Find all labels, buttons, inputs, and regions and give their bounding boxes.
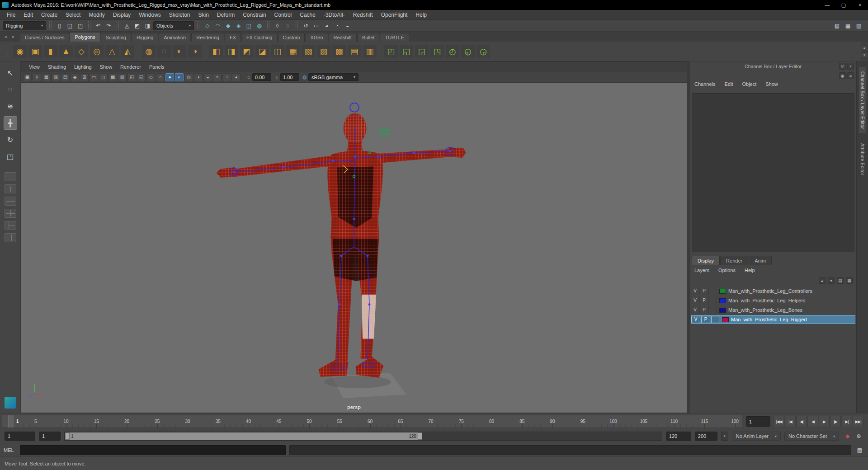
shelf-tab-animation[interactable]: Animation bbox=[159, 33, 191, 42]
viewport-menu-shading[interactable]: Shading bbox=[44, 64, 70, 70]
dock-panel-icon[interactable]: ◱ bbox=[839, 63, 846, 70]
layer-type-cell[interactable] bbox=[711, 316, 719, 323]
shelf-tab-sculpting[interactable]: Sculpting bbox=[101, 33, 131, 42]
shelf-tab-rigging[interactable]: Rigging bbox=[132, 33, 158, 42]
layer-color-swatch[interactable] bbox=[719, 308, 726, 313]
layout-single-pane-button[interactable] bbox=[5, 172, 16, 181]
character-model[interactable] bbox=[217, 113, 466, 377]
auto-keyframe-icon[interactable]: ◆ bbox=[843, 432, 852, 441]
range-preset-icon[interactable]: ▾ bbox=[721, 432, 728, 441]
close-panel-icon[interactable]: × bbox=[847, 63, 854, 70]
layer-playback-toggle[interactable]: P bbox=[700, 287, 709, 295]
shelf-scroll-down-icon[interactable]: ▾ bbox=[862, 52, 867, 58]
toolbox-extra-icon[interactable] bbox=[5, 397, 16, 409]
safe-title-icon[interactable]: ◱ bbox=[137, 73, 146, 81]
poly-sphere-icon[interactable]: ◉ bbox=[13, 45, 27, 58]
menu-skin[interactable]: Skin bbox=[194, 12, 213, 18]
select-by-hierarchy-icon[interactable]: ◬ bbox=[122, 21, 132, 30]
open-render-view-icon[interactable]: ▭ bbox=[311, 21, 321, 30]
animation-preferences-icon[interactable]: ⊛ bbox=[854, 432, 863, 441]
layer-visibility-toggle[interactable]: V bbox=[691, 296, 700, 305]
connect-icon[interactable]: ◵ bbox=[461, 45, 475, 58]
poly-prism-icon[interactable]: △ bbox=[105, 45, 119, 58]
animation-start-field[interactable]: 1 bbox=[5, 432, 35, 441]
layer-visibility-toggle[interactable]: V bbox=[691, 316, 700, 323]
show-attribute-editor-icon[interactable]: ▦ bbox=[843, 21, 853, 30]
layer-menu-layers[interactable]: Layers bbox=[694, 268, 709, 273]
menu-display[interactable]: Display bbox=[109, 12, 135, 18]
close-button[interactable]: × bbox=[852, 0, 868, 10]
layer-row[interactable]: VPMan_with_Prosthetic_Leg_Controllers bbox=[691, 287, 855, 296]
create-layer-from-selected-icon[interactable]: ▦ bbox=[846, 277, 853, 284]
layout-two-pane-stacked-button[interactable] bbox=[5, 197, 16, 206]
shelf-tab-rendering[interactable]: Rendering bbox=[191, 33, 224, 42]
film-gate-icon[interactable]: ▭ bbox=[90, 73, 98, 81]
channel-box-menu-channels[interactable]: Channels bbox=[694, 81, 715, 87]
reduce-icon[interactable]: ◱ bbox=[400, 45, 413, 58]
layer-playback-toggle[interactable]: P bbox=[700, 296, 709, 305]
poly-cylinder-icon[interactable]: ▮ bbox=[44, 45, 57, 58]
viewport-menu-renderer[interactable]: Renderer bbox=[116, 64, 145, 70]
playback-end-field[interactable]: 120 bbox=[666, 432, 691, 441]
layout-three-pane-split-button[interactable] bbox=[5, 221, 16, 230]
layer-tab-anim[interactable]: Anim bbox=[749, 256, 772, 265]
shelf-tab-bullet[interactable]: Bullet bbox=[357, 33, 380, 42]
color-management-icon[interactable]: ◍ bbox=[301, 73, 308, 81]
show-tool-settings-icon[interactable]: ▧ bbox=[832, 21, 842, 30]
shelf-tab-custom[interactable]: Custom bbox=[278, 33, 305, 42]
multi-cut-icon[interactable]: ▨ bbox=[317, 45, 330, 58]
layer-color-swatch[interactable] bbox=[722, 317, 729, 322]
poly-pipe-icon[interactable]: ◍ bbox=[142, 45, 156, 58]
layer-type-cell[interactable] bbox=[709, 296, 717, 305]
layer-row[interactable]: VPMan_with_Prosthetic_Leg_Rigged bbox=[691, 315, 855, 324]
poly-soccer-ball-icon[interactable]: ◐ bbox=[173, 45, 186, 58]
gamma-toggle-icon[interactable]: ○ bbox=[273, 73, 280, 81]
quad-draw-icon[interactable]: ▤ bbox=[348, 45, 361, 58]
separator-grip[interactable] bbox=[88, 21, 90, 30]
title-bar[interactable]: Autodesk Maya 2016: E:\work\WIP\Man_with… bbox=[0, 0, 868, 10]
grid-icon[interactable]: ⊞ bbox=[80, 73, 89, 81]
gamma-field[interactable]: 1.00 bbox=[280, 73, 299, 81]
safe-action-icon[interactable]: ◰ bbox=[127, 73, 136, 81]
maximize-button[interactable]: ▢ bbox=[835, 0, 852, 10]
exposure-toggle-icon[interactable]: ○ bbox=[245, 73, 252, 81]
go-to-range-start-button[interactable]: |◀◀ bbox=[774, 416, 784, 427]
head-control-circle[interactable] bbox=[350, 103, 359, 112]
channel-box-menu-edit[interactable]: Edit bbox=[724, 81, 733, 87]
step-back-key-button[interactable]: ◀| bbox=[796, 416, 807, 427]
layer-playback-toggle[interactable]: P bbox=[700, 306, 709, 314]
minimize-button[interactable]: — bbox=[819, 0, 835, 10]
menu-deform[interactable]: Deform bbox=[213, 12, 239, 18]
shelf-tab-arrow-icon[interactable]: ▾ bbox=[9, 33, 16, 40]
snap-to-point-icon[interactable]: ◆ bbox=[223, 21, 233, 30]
layer-tab-render[interactable]: Render bbox=[720, 256, 748, 265]
resolution-gate-icon[interactable]: ◻ bbox=[99, 73, 108, 81]
viewport-canvas[interactable]: persp bbox=[21, 83, 687, 413]
lasso-tool-button[interactable]: ◌ bbox=[4, 83, 17, 96]
snap-to-curve-icon[interactable]: ◠ bbox=[213, 21, 222, 30]
mel-input[interactable] bbox=[20, 445, 286, 455]
layer-color-swatch[interactable] bbox=[719, 289, 726, 294]
frame-all-icon[interactable]: ◇ bbox=[146, 73, 155, 81]
poly-bevel-icon[interactable]: ◫ bbox=[271, 45, 284, 58]
script-editor-icon[interactable]: ▤ bbox=[855, 445, 864, 455]
menu-file[interactable]: File bbox=[3, 12, 19, 18]
menu-control[interactable]: Control bbox=[270, 12, 296, 18]
layer-visibility-toggle[interactable]: V bbox=[691, 287, 700, 295]
channel-list-area[interactable] bbox=[692, 93, 854, 252]
layer-move-down-icon[interactable]: ▾ bbox=[828, 277, 835, 284]
separator-grip[interactable] bbox=[267, 21, 269, 30]
channel-settings-icon[interactable]: ≡ bbox=[847, 72, 854, 79]
mirror-icon[interactable]: ▥ bbox=[363, 45, 377, 58]
isolate-select-icon[interactable]: ◕ bbox=[232, 73, 241, 81]
layer-color-swatch[interactable] bbox=[719, 298, 726, 303]
wireframe-icon[interactable]: ○ bbox=[156, 73, 165, 81]
shelf-tab-polygons[interactable]: Polygons bbox=[70, 32, 100, 42]
undo-icon[interactable]: ↶ bbox=[94, 21, 103, 30]
motion-blur-icon[interactable]: ◓ bbox=[213, 73, 222, 81]
layer-row[interactable]: VPMan_with_Prosthetic_Leg_Bones bbox=[691, 306, 855, 315]
viewport-menu-show[interactable]: Show bbox=[96, 64, 117, 70]
layer-playback-toggle[interactable]: P bbox=[701, 316, 710, 323]
poly-pyramid-icon[interactable]: ◭ bbox=[121, 45, 134, 58]
viewport-menu-view[interactable]: View bbox=[25, 64, 44, 70]
